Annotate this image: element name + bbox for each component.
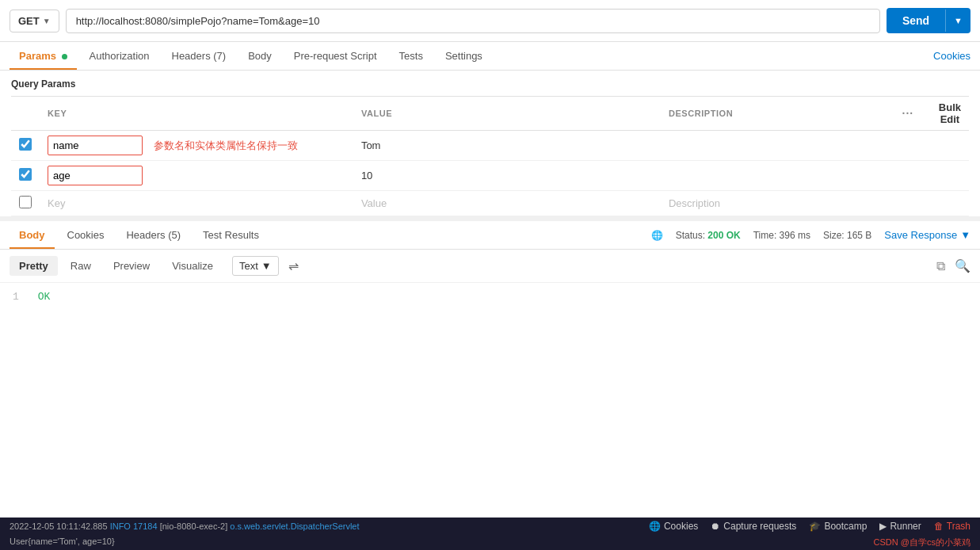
row1-extra <box>931 131 969 161</box>
row1-key-input[interactable] <box>48 136 143 155</box>
response-tabs-bar: Body Cookies Headers (5) Test Results 🌐 … <box>0 221 980 250</box>
send-label: Send <box>887 8 945 33</box>
tab-params[interactable]: Params <box>10 42 77 70</box>
globe-icon: 🌐 <box>651 230 663 241</box>
copy-icon[interactable]: ⧉ <box>936 259 945 273</box>
bulk-edit-button[interactable]: Bulk Edit <box>939 101 961 125</box>
tab-authorization[interactable]: Authorization <box>80 42 159 70</box>
response-body: 1 OK <box>0 283 980 518</box>
row1-actions <box>885 131 931 161</box>
bulk-edit-header: Bulk Edit <box>931 97 969 131</box>
placeholder-checkbox-cell <box>11 191 40 216</box>
text-selector-chevron-icon: ▼ <box>261 260 272 272</box>
placeholder-value[interactable]: Value <box>353 191 661 216</box>
bottom-links: 🌐 Cookies ⏺ Capture requests 🎓 Bootcamp … <box>649 521 970 532</box>
tab-tests[interactable]: Tests <box>390 42 433 70</box>
row1-value-cell: Tom <box>353 131 661 161</box>
row2-value-cell: 10 <box>353 161 661 191</box>
description-header: DESCRIPTION <box>661 97 885 131</box>
response-tab-testresults[interactable]: Test Results <box>193 221 269 249</box>
row2-actions <box>885 161 931 191</box>
bottom-bar: 2022-12-05 10:11:42.885 INFO 17184 [nio-… <box>0 518 980 535</box>
format-tab-pretty[interactable]: Pretty <box>10 256 58 276</box>
format-tab-raw[interactable]: Raw <box>61 256 101 276</box>
send-button[interactable]: Send ▼ <box>887 8 970 33</box>
query-params-section: Query Params KEY VALUE DESCRIPTION ··· B… <box>0 71 980 216</box>
send-dropdown-icon[interactable]: ▼ <box>945 10 970 32</box>
more-actions-header: ··· <box>885 97 931 131</box>
params-active-dot <box>62 54 67 59</box>
tab-headers[interactable]: Headers (7) <box>162 42 236 70</box>
format-bar: Pretty Raw Preview Visualize Text ▼ ⇌ ⧉ … <box>0 250 980 283</box>
tab-body[interactable]: Body <box>238 42 281 70</box>
time-badge: Time: 396 ms <box>753 230 810 241</box>
method-selector[interactable]: GET ▼ <box>10 10 59 32</box>
row1-desc-cell <box>661 131 885 161</box>
row2-value: 10 <box>361 170 372 181</box>
line-number: 1 <box>13 291 19 303</box>
bottom-runner-link[interactable]: ▶ Runner <box>879 521 921 532</box>
status-badge: Status: 200 OK <box>676 230 741 241</box>
params-table: KEY VALUE DESCRIPTION ··· Bulk Edit 参数 <box>11 96 969 216</box>
table-row: 10 <box>11 161 969 191</box>
format-tab-visualize[interactable]: Visualize <box>162 256 223 276</box>
tab-prerequest[interactable]: Pre-request Script <box>284 42 387 70</box>
placeholder-desc[interactable]: Description <box>661 191 885 216</box>
row2-checkbox-cell <box>11 161 40 191</box>
row2-checkbox[interactable] <box>19 168 32 181</box>
log-timestamp: 2022-12-05 10:11:42.885 INFO 17184 [nio-… <box>10 521 360 531</box>
row1-key-cell: 参数名和实体类属性名保持一致 <box>40 131 353 161</box>
bottom-bootcamp-link[interactable]: 🎓 Bootcamp <box>809 521 867 532</box>
save-response-chevron-icon: ▼ <box>960 229 970 241</box>
format-tab-preview[interactable]: Preview <box>104 256 159 276</box>
row1-checkbox-cell <box>11 131 40 161</box>
save-response-button[interactable]: Save Response ▼ <box>884 229 970 241</box>
table-row: 参数名和实体类属性名保持一致 Tom <box>11 131 969 161</box>
value-header: VALUE <box>353 97 661 131</box>
placeholder-key[interactable]: Key <box>40 191 353 216</box>
row2-desc-cell <box>661 161 885 191</box>
method-label: GET <box>18 15 40 27</box>
bottom-cookies-link[interactable]: 🌐 Cookies <box>649 521 698 532</box>
response-ok-text: OK <box>38 291 51 303</box>
row2-key-cell <box>40 161 353 191</box>
response-tab-body[interactable]: Body <box>10 221 55 249</box>
text-format-selector[interactable]: Text ▼ <box>232 256 279 276</box>
placeholder-row: Key Value Description <box>11 191 969 216</box>
row1-checkbox[interactable] <box>19 138 32 151</box>
response-tab-headers[interactable]: Headers (5) <box>116 221 190 249</box>
checkbox-header <box>11 97 40 131</box>
watermark: User{name='Tom', age=10} CSDN @自学cs的小菜鸡 <box>0 535 980 550</box>
url-input[interactable] <box>66 9 880 33</box>
placeholder-actions <box>885 191 931 216</box>
url-bar: GET ▼ Send ▼ <box>0 0 980 42</box>
method-chevron-icon: ▼ <box>43 17 51 25</box>
response-section: Body Cookies Headers (5) Test Results 🌐 … <box>0 216 980 518</box>
row2-key-input[interactable] <box>48 166 143 185</box>
placeholder-checkbox[interactable] <box>19 196 32 208</box>
size-badge: Size: 165 B <box>823 230 871 241</box>
request-tabs: Params Authorization Headers (7) Body Pr… <box>0 42 980 71</box>
bottom-trash-link[interactable]: 🗑 Trash <box>934 521 970 532</box>
row1-value: Tom <box>361 139 381 151</box>
query-params-title: Query Params <box>11 78 969 90</box>
response-tab-cookies[interactable]: Cookies <box>58 221 114 249</box>
more-icon[interactable]: ··· <box>902 107 914 120</box>
search-icon[interactable]: 🔍 <box>955 258 970 273</box>
wrap-icon[interactable]: ⇌ <box>288 258 299 273</box>
response-status-bar: 🌐 Status: 200 OK Time: 396 ms Size: 165 … <box>651 229 970 241</box>
row1-annotation: 参数名和实体类属性名保持一致 <box>154 139 298 151</box>
placeholder-extra <box>931 191 969 216</box>
row2-extra <box>931 161 969 191</box>
key-header: KEY <box>40 97 353 131</box>
cookies-link[interactable]: Cookies <box>933 50 970 62</box>
bottom-capture-link[interactable]: ⏺ Capture requests <box>711 521 796 532</box>
tab-settings[interactable]: Settings <box>436 42 492 70</box>
